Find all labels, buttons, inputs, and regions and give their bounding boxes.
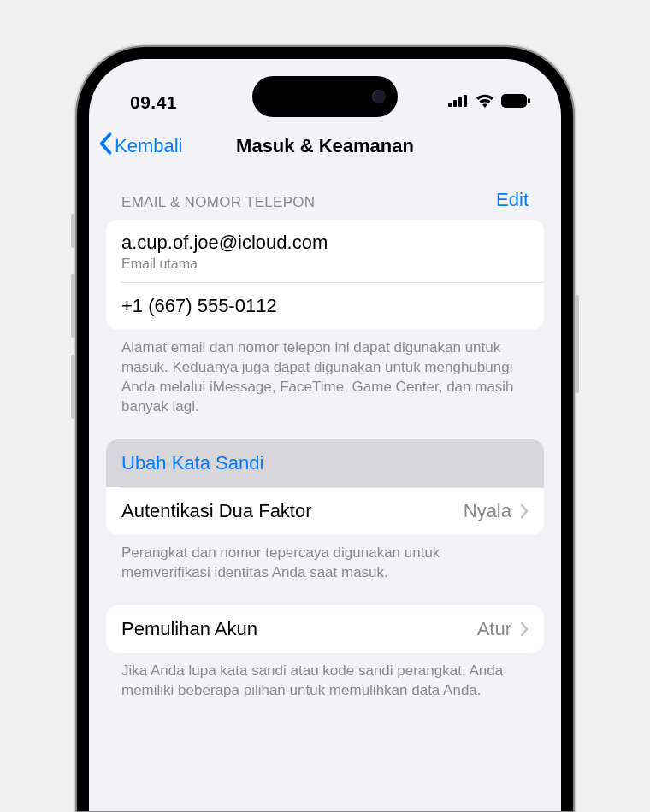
- change-password-row[interactable]: Ubah Kata Sandi: [106, 439, 544, 487]
- svg-rect-5: [528, 98, 530, 103]
- canvas: 09.41 Ke: [0, 0, 650, 812]
- account-recovery-label: Pemulihan Akun: [121, 618, 257, 640]
- content-area: EMAIL & NOMOR TELEPON Edit a.cup.of.joe@…: [89, 172, 561, 723]
- cellular-icon: [448, 95, 469, 110]
- back-label: Kembali: [115, 135, 182, 157]
- contacts-card: a.cup.of.joe@icloud.com Email utama +1 (…: [106, 220, 544, 330]
- recovery-card: Pemulihan Akun Atur: [106, 605, 544, 653]
- contacts-footer: Alamat email dan nomor telepon ini dapat…: [106, 330, 544, 439]
- volume-down-button: [71, 355, 75, 419]
- account-recovery-row[interactable]: Pemulihan Akun Atur: [106, 605, 544, 653]
- email-subtitle: Email utama: [121, 256, 198, 272]
- volume-up-button: [71, 274, 75, 338]
- change-password-label: Ubah Kata Sandi: [121, 452, 263, 474]
- svg-rect-3: [464, 95, 467, 107]
- back-button[interactable]: Kembali: [98, 132, 182, 160]
- side-button: [71, 214, 75, 248]
- edit-button[interactable]: Edit: [496, 189, 529, 211]
- page-title: Masuk & Keamanan: [236, 135, 414, 157]
- phone-screen: 09.41 Ke: [89, 59, 561, 811]
- contacts-section-header: EMAIL & NOMOR TELEPON Edit: [106, 180, 544, 220]
- dynamic-island: [252, 76, 398, 117]
- svg-rect-2: [458, 97, 462, 107]
- email-row[interactable]: a.cup.of.joe@icloud.com Email utama: [106, 220, 544, 282]
- chevron-left-icon: [98, 132, 113, 160]
- chevron-right-icon: [520, 621, 529, 637]
- status-icons: [448, 94, 530, 111]
- chevron-right-icon: [520, 503, 529, 519]
- email-value: a.cup.of.joe@icloud.com: [121, 232, 328, 254]
- battery-icon: [501, 94, 530, 111]
- two-factor-row[interactable]: Autentikasi Dua Faktor Nyala: [106, 487, 544, 535]
- account-recovery-value: Atur: [477, 618, 511, 640]
- status-time: 09.41: [130, 92, 177, 113]
- account-recovery-value-group: Atur: [477, 618, 529, 640]
- nav-bar: Kembali Masuk & Keamanan: [89, 127, 561, 172]
- phone-frame: 09.41 Ke: [77, 47, 573, 811]
- recovery-footer: Jika Anda lupa kata sandi atau kode sand…: [106, 653, 544, 723]
- two-factor-value-group: Nyala: [464, 500, 529, 522]
- contacts-header-label: EMAIL & NOMOR TELEPON: [121, 194, 315, 211]
- svg-rect-1: [453, 100, 457, 107]
- wifi-icon: [476, 94, 494, 111]
- security-footer: Perangkat dan nomor tepercaya digunakan …: [106, 535, 544, 605]
- camera-icon: [372, 90, 386, 103]
- power-button: [575, 295, 579, 393]
- svg-rect-0: [448, 103, 452, 107]
- svg-rect-4: [501, 94, 527, 108]
- two-factor-label: Autentikasi Dua Faktor: [121, 500, 312, 522]
- phone-row[interactable]: +1 (667) 555-0112: [106, 282, 544, 330]
- phone-value: +1 (667) 555-0112: [121, 295, 277, 317]
- security-card: Ubah Kata Sandi Autentikasi Dua Faktor N…: [106, 439, 544, 535]
- two-factor-value: Nyala: [464, 500, 511, 522]
